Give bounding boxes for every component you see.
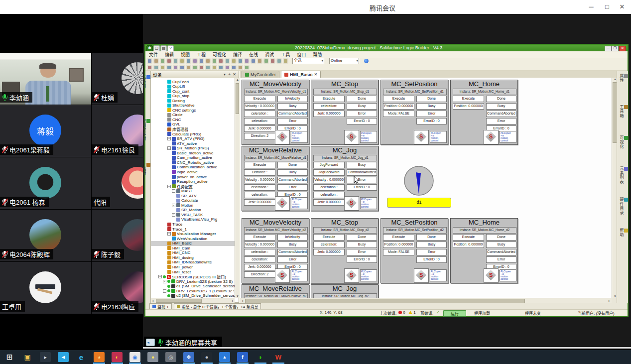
axis-select-button[interactable]: d1 [387, 198, 451, 208]
participant-tile[interactable]: 电2161徐良 [92, 105, 143, 157]
bottom-tab[interactable]: 监视 1 [149, 303, 172, 310]
tree-item[interactable]: −MAST [151, 189, 192, 194]
fb-pin-input[interactable]: celeration : 1000.0000 [313, 184, 345, 191]
online-mode-combo[interactable]: Online [329, 58, 359, 64]
toolbar-icon-redo[interactable] [160, 58, 165, 64]
tree-item[interactable]: CNC_Robotic_active [151, 160, 214, 165]
tree-item[interactable]: d2 (SM_Drive_Schneider_sercosIII [151, 293, 235, 298]
panel-tab-可视化[interactable]: 可视化 [617, 135, 628, 149]
somachine-minimize-button[interactable]: ─ [605, 46, 612, 51]
nav-tab-工具树[interactable]: 工具树 [145, 162, 150, 176]
tree-item[interactable]: −任务配置 [151, 184, 193, 189]
bottom-tab[interactable]: 消息 - 总计 0 个错误，1 个警告，14 条消息 [174, 303, 261, 310]
fb-pin-input[interactable]: JogBackward [313, 169, 345, 176]
menu-工具[interactable]: 工具 [277, 51, 293, 58]
fb-pin-output[interactable]: Done [486, 96, 516, 102]
participant-tile[interactable]: 陈子毅 [92, 210, 143, 261]
tree-item[interactable]: Trace [151, 222, 182, 227]
tree-item[interactable]: d1 (SM_Drive_Schneider_sercosIII [151, 284, 235, 289]
fb-pin-input[interactable]: Mode: FALSE [383, 111, 414, 117]
tree-item[interactable]: Cup_cont [151, 89, 189, 94]
fb-pin-input[interactable]: Execute [453, 234, 484, 241]
toolbar-icon-copy[interactable] [173, 58, 178, 64]
tree-item[interactable]: CupLift [151, 84, 185, 89]
toolbar-icon-find[interactable] [192, 58, 198, 64]
fb-pin-output[interactable]: CommandAborted [277, 111, 308, 117]
tree-expander[interactable]: − [167, 146, 171, 150]
tree-item[interactable]: −SR_ATV (PRG) [151, 136, 204, 141]
fb-pin-input[interactable]: Position: 0.000000 [383, 242, 414, 248]
visu-toolbar-icon-zoom-out[interactable] [231, 65, 237, 70]
tree-item[interactable]: −VISU_TASK [151, 212, 203, 217]
fb-pin-output[interactable]: Done [486, 234, 516, 241]
tree-item[interactable]: Calculate [151, 198, 198, 203]
fb-pin-output[interactable]: Busy [277, 169, 308, 176]
fb-pin-input[interactable]: celeration: 1000.0000 [244, 192, 275, 198]
tree-item[interactable]: CNC settings [151, 108, 196, 113]
toolbar-icon-run[interactable] [244, 58, 250, 64]
color-wheel-app-icon[interactable]: ◐ [112, 352, 123, 362]
tree-expander[interactable]: − [163, 280, 166, 283]
fb-pin-output[interactable]: ErrorID : 0 [416, 118, 447, 124]
fb-pin-input[interactable]: Execute [313, 234, 345, 241]
fb-pin-output[interactable]: Error [486, 118, 516, 124]
tree-item[interactable]: Trace_1 [151, 227, 187, 232]
fb-pin-output[interactable]: Done [347, 96, 377, 102]
fb-pin-output[interactable]: Error [416, 249, 447, 255]
tree-expander[interactable]: − [172, 213, 175, 217]
panel-close-icon[interactable]: ✕ [233, 72, 236, 77]
visu-toolbar-icon-move[interactable] [153, 65, 159, 70]
toolbar-icon-cut[interactable] [166, 58, 172, 64]
tree-expander[interactable]: − [167, 185, 171, 188]
fb-pin-output[interactable]: Busy [347, 103, 377, 110]
tree-expander[interactable]: − [163, 289, 166, 293]
fb-pin-output[interactable]: InVelocity [277, 96, 308, 102]
toolbar-icon-undo[interactable] [153, 58, 159, 64]
tree-item[interactable]: ATV_active [151, 141, 197, 146]
fb-pin-output[interactable]: Error [347, 249, 377, 255]
toolbar-icon-reset[interactable] [263, 58, 269, 64]
fb-pin-output[interactable]: Done [416, 234, 447, 241]
chrome-icon[interactable]: ◉ [129, 352, 140, 362]
visu-toolbar-icon-grid[interactable] [218, 65, 224, 70]
tree-item[interactable]: HMI_IDNreadandwrite [151, 260, 212, 265]
visu-toolbar-icon-align-left[interactable] [160, 65, 165, 70]
fb-pin-input[interactable]: celeration : 1000.0000 [313, 192, 345, 198]
idea-lamp-app-icon[interactable]: ♦ [147, 352, 158, 362]
toolbar-icon-print[interactable] [147, 58, 152, 64]
start-button-icon[interactable]: ⊞ [4, 352, 15, 362]
tree-item[interactable]: HMI_dosing [151, 255, 194, 260]
toolbar-icon-delete[interactable] [186, 58, 191, 64]
telegram-icon[interactable]: ◀ [58, 352, 69, 362]
toolbar-icon-logout[interactable] [238, 58, 243, 64]
tree-item[interactable]: Basic_motion_active [151, 150, 213, 155]
fb-pin-input[interactable]: Jerk: 0.000000 [313, 111, 345, 117]
participant-tile[interactable]: 电2163陶应 [92, 262, 143, 314]
visu-toolbar-icon-select[interactable] [147, 65, 152, 70]
menu-调试[interactable]: 调试 [261, 51, 277, 58]
panel-tab-帮助[interactable]: 帮助 [617, 228, 628, 237]
fb-pin-output[interactable]: Error [277, 256, 308, 263]
fb-pin-input[interactable]: Execute [383, 96, 414, 102]
menu-帮助[interactable]: 帮助 [309, 51, 325, 58]
firefox-icon[interactable]: ◕ [94, 352, 105, 362]
fb-pin-output[interactable]: Busy [347, 162, 377, 168]
tree-item[interactable]: −SSERCOSIII (SERCOS III 接口) [151, 274, 226, 279]
fb-pin-input[interactable]: Execute [383, 234, 414, 241]
fb-pin-input[interactable]: Velocity : 0.000000 [313, 177, 345, 183]
fb-pin-output[interactable]: Error [277, 118, 308, 124]
fb-pin-output[interactable]: Error [416, 111, 447, 117]
visu-toolbar-icon-group[interactable] [192, 65, 198, 70]
fb-pin-output[interactable]: Busy [416, 242, 447, 248]
fb-pin-output[interactable]: Busy [486, 103, 516, 110]
tree-item[interactable]: −Visualization Manager [151, 232, 216, 237]
participant-tile[interactable]: 蒋毅电2061梁蒋毅 [0, 105, 91, 157]
tree-item[interactable]: Cam_motion_active [151, 155, 212, 160]
font-app-icon[interactable]: f [237, 352, 248, 362]
fb-pin-input[interactable]: Execute [453, 96, 484, 102]
fb-pin-input[interactable]: Position: 0.000000 [453, 103, 484, 110]
visu-toolbar-icon-zoom-in[interactable] [225, 65, 230, 70]
toolbar-icon-build[interactable] [225, 58, 230, 64]
toolbar-icon-breakpoint[interactable] [270, 58, 275, 64]
nav-tab-应用程序树[interactable]: 应用程序树 [145, 119, 150, 141]
